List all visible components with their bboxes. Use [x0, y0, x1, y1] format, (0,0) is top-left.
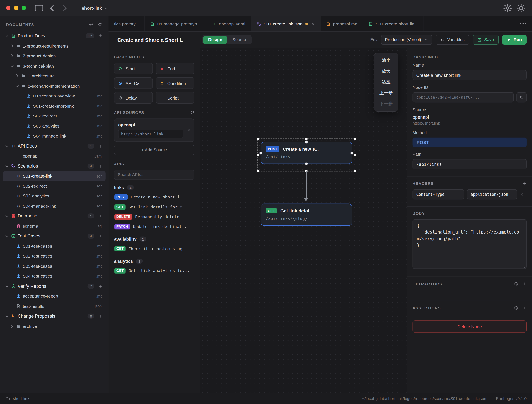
- sidebar-toggle-icon[interactable]: [34, 3, 44, 13]
- zoom-in-button[interactable]: 放大: [374, 66, 398, 77]
- connection-port[interactable]: [350, 151, 354, 154]
- tree-item-acceptance-report[interactable]: acceptance-report.md: [3, 291, 106, 301]
- api-source-url-input[interactable]: [118, 130, 183, 138]
- node-button-end[interactable]: End: [156, 63, 194, 74]
- tree-item-1-architecture[interactable]: 1-architecture: [3, 71, 106, 81]
- connection-port[interactable]: [305, 141, 308, 144]
- flow-node-create-link[interactable]: POST Create a new s... /api/links: [260, 142, 352, 164]
- add-button[interactable]: [98, 214, 102, 218]
- tree-item-S03-analytics[interactable]: {}S03-analytics.json: [3, 191, 106, 201]
- tree-item-openapi[interactable]: openapi.yaml: [3, 151, 106, 161]
- chevron-right-icon[interactable]: [10, 44, 14, 48]
- search-apis-input[interactable]: [114, 170, 194, 180]
- add-header-icon[interactable]: [522, 181, 526, 186]
- add-extractor-icon[interactable]: [522, 282, 526, 286]
- copy-node-id-button[interactable]: [516, 92, 526, 103]
- chevron-down-icon[interactable]: [15, 84, 19, 88]
- add-button[interactable]: [98, 314, 102, 318]
- resize-handle[interactable]: [354, 154, 356, 156]
- node-button-condition[interactable]: Condition: [156, 77, 194, 89]
- tree-item-Scenarios[interactable]: Scenarios4: [3, 161, 106, 171]
- tree-item-S04-manage-link[interactable]: {}S04-manage-link.json: [3, 201, 106, 211]
- tab-04-manage-prototyp...[interactable]: 04-manage-prototyp...: [145, 16, 207, 31]
- connection-port[interactable]: [305, 162, 308, 165]
- tab-openapi.yaml[interactable]: {}openapi.yaml: [206, 16, 251, 31]
- chevron-down-icon[interactable]: [5, 214, 9, 218]
- tree-item-Test Cases[interactable]: Test Cases4: [3, 231, 106, 241]
- minimize-window-button[interactable]: [14, 6, 18, 10]
- chevron-right-icon[interactable]: [15, 74, 19, 78]
- tree-item-3-technical-plan[interactable]: 3-technical-plan: [3, 61, 106, 71]
- resize-handle[interactable]: [257, 138, 259, 140]
- tree-item-S03-analytics[interactable]: S03-analytics.md: [3, 121, 106, 131]
- close-tab-icon[interactable]: [310, 21, 315, 26]
- chevron-right-icon[interactable]: [10, 54, 14, 58]
- extractors-info-icon[interactable]: [514, 282, 519, 286]
- save-button[interactable]: Save: [473, 35, 499, 45]
- tree-item-archive[interactable]: archive: [3, 321, 106, 331]
- tree-item-00-scenario-overview[interactable]: 00-scenario-overview.md: [3, 91, 106, 101]
- resize-handle[interactable]: [354, 138, 356, 140]
- node-button-start[interactable]: Start: [114, 63, 152, 74]
- header-value-input[interactable]: [467, 189, 517, 199]
- flow-node-get-link[interactable]: GET Get link detai... /api/links/{slug}: [260, 204, 352, 226]
- tab-design[interactable]: Design: [203, 36, 228, 44]
- node-button-delay[interactable]: Delay: [114, 92, 152, 103]
- tree-item-S01-create-short-link[interactable]: S01-create-short-link.md: [3, 101, 106, 111]
- tab-S01-create-link.json[interactable]: S01-create-link.json: [251, 16, 320, 31]
- zoom-fit-button[interactable]: 适应: [374, 77, 398, 88]
- back-icon[interactable]: [47, 3, 57, 13]
- chevron-down-icon[interactable]: [5, 144, 9, 148]
- documents-gear-icon[interactable]: [89, 22, 93, 27]
- chevron-right-icon[interactable]: [10, 324, 14, 328]
- zoom-out-button[interactable]: 缩小: [374, 55, 398, 66]
- tree-item-schema[interactable]: schema.sql: [3, 221, 106, 231]
- remove-header-icon[interactable]: [520, 192, 524, 197]
- tree-item-2-scenario-implementation[interactable]: 2-scenario-implementation: [3, 81, 106, 91]
- add-assertion-icon[interactable]: [522, 306, 526, 310]
- tree-item-S02-redirect[interactable]: {}S02-redirect.json: [3, 181, 106, 191]
- tab-overflow-button[interactable]: [519, 20, 527, 28]
- api-item[interactable]: GETCheck if a custom slug...: [114, 244, 194, 254]
- node-button-api[interactable]: API Call: [114, 77, 152, 89]
- remove-source-icon[interactable]: [187, 128, 191, 132]
- path-input[interactable]: [413, 159, 526, 169]
- tree-item-Change Proposals[interactable]: Change Proposals0: [3, 311, 106, 321]
- resize-handle[interactable]: [257, 154, 259, 156]
- theme-toggle-sun-icon[interactable]: [516, 3, 526, 13]
- tab-tics-prototy...[interactable]: tics-prototy...: [108, 16, 145, 31]
- connection-port[interactable]: [259, 151, 262, 154]
- tree-item-2-product-design[interactable]: 2-product-design: [3, 51, 106, 61]
- tree-item-S01-create-link[interactable]: {}S01-create-link.json: [3, 171, 106, 181]
- env-select[interactable]: Production (Vercel): [381, 35, 432, 45]
- tree-item-S01-test-cases[interactable]: S01-test-cases.md: [3, 241, 106, 251]
- node-button-script[interactable]: {}Script: [156, 92, 194, 103]
- sources-refresh-icon[interactable]: [190, 110, 194, 115]
- chevron-down-icon[interactable]: [5, 284, 9, 289]
- documents-refresh-icon[interactable]: [98, 22, 102, 27]
- tree-item-S02-redirect[interactable]: S02-redirect.md: [3, 111, 106, 121]
- tree-item-Database[interactable]: Database1: [3, 211, 106, 221]
- resize-handle[interactable]: [305, 138, 308, 140]
- chevron-down-icon[interactable]: [5, 34, 9, 38]
- zoom-window-button[interactable]: [22, 6, 26, 10]
- tree-item-API Docs[interactable]: {}API Docs1: [3, 141, 106, 151]
- add-button[interactable]: [98, 284, 102, 289]
- tree-item-Verify Reports[interactable]: Verify Reports2: [3, 281, 106, 291]
- body-editor[interactable]: [413, 219, 526, 269]
- add-button[interactable]: [98, 144, 102, 148]
- chevron-down-icon[interactable]: [10, 64, 14, 68]
- tree-item-S04-test-cases[interactable]: S04-test-cases.md: [3, 271, 106, 281]
- add-source-button[interactable]: + Add Source: [114, 145, 194, 155]
- add-button[interactable]: [98, 234, 102, 238]
- tab-S01-create-short-lin...[interactable]: S01-create-short-lin...: [363, 16, 424, 31]
- header-key-input[interactable]: [413, 189, 464, 199]
- add-button[interactable]: [98, 164, 102, 168]
- variables-button[interactable]: Variables: [436, 35, 469, 45]
- chevron-down-icon[interactable]: [5, 314, 9, 318]
- step-back-button[interactable]: 上一步: [374, 88, 398, 98]
- tree-item-1-product-requirements[interactable]: 1-product-requirements: [3, 41, 106, 51]
- tree-item-test-results[interactable]: test-results.jsonl: [3, 301, 106, 311]
- tree-item-S03-test-cases[interactable]: S03-test-cases.md: [3, 261, 106, 271]
- api-item[interactable]: GETGet click analytics fo...: [114, 266, 194, 276]
